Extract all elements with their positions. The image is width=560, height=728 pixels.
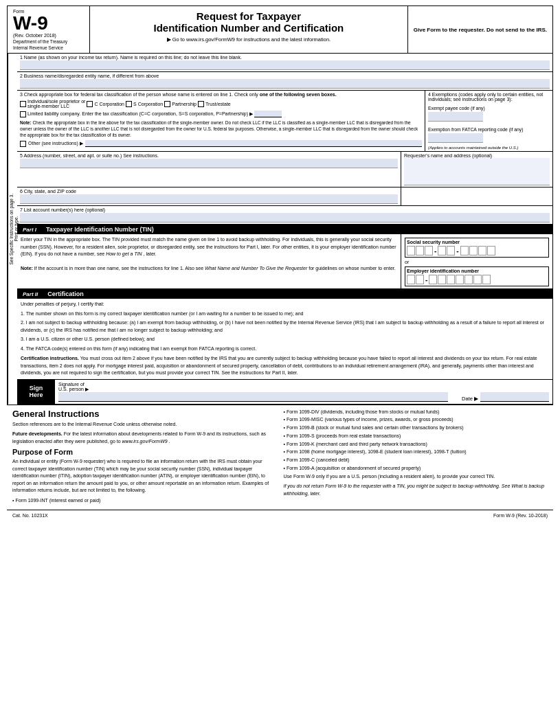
ein-digit-5[interactable]	[447, 275, 455, 284]
line5-input[interactable]	[20, 159, 398, 168]
cert-item-4: 4. The FATCA code(s) entered on this for…	[21, 345, 549, 353]
class-trust: Trust/estate	[198, 99, 231, 109]
line6-left: 6 City, state, and ZIP code	[17, 187, 401, 205]
sign-section: Sign Here Signature of U.S. person ▶ Dat…	[17, 380, 552, 405]
purpose-title: Purpose of Form	[12, 448, 277, 456]
checkbox-other[interactable]	[20, 141, 26, 147]
ssn-digit-5[interactable]	[447, 246, 455, 255]
bullet-1099c: • Form 1099-C (canceled debt)	[284, 457, 548, 464]
line3-row: 3 Check appropriate box for federal tax …	[17, 91, 552, 152]
ssn-digit-1[interactable]	[407, 246, 415, 255]
ein-digit-1[interactable]	[407, 275, 415, 284]
class-individual-label: Individual/sole proprietor orsingle-memb…	[27, 99, 85, 109]
class-ccorp: C Corporation	[87, 99, 124, 109]
ssn-digit-3[interactable]	[425, 246, 433, 255]
ein-digit-2[interactable]	[416, 275, 424, 284]
ssn-digit-7[interactable]	[469, 246, 478, 255]
future-label: Future developments.	[12, 431, 63, 436]
future-url: www.irs.gov/FormW9	[122, 439, 168, 444]
ssn-sep2: -	[456, 247, 458, 255]
ein-sep: -	[425, 276, 427, 284]
part2-header: Part II Certification	[17, 289, 552, 299]
ssn-digit-8[interactable]	[478, 246, 486, 255]
form-number: W-9	[13, 14, 84, 33]
no-return-text: If you do not return Form W-9 to the req…	[284, 483, 548, 497]
bullet-1099a: • Form 1099-A (acquisition or abandonmen…	[284, 465, 548, 472]
ein-digit-4[interactable]	[438, 275, 446, 284]
class-ccorp-label: C Corporation	[94, 102, 124, 106]
line6-input[interactable]	[20, 194, 398, 204]
signature-line: Signature of U.S. person ▶	[58, 382, 448, 402]
tin-note-label: Note:	[21, 266, 33, 271]
fatca-input[interactable]	[428, 133, 483, 143]
ein-digit-3[interactable]	[429, 275, 437, 284]
fatca-block: Exemption from FATCA reporting code (if …	[428, 127, 550, 143]
ein-label: Employer identification number	[407, 269, 547, 273]
line3-label: 3 Check appropriate box for federal tax …	[20, 92, 422, 97]
line7-input[interactable]	[20, 213, 550, 223]
ssn-part1	[407, 246, 433, 255]
checkbox-partnership[interactable]	[164, 101, 170, 107]
date-input[interactable]	[480, 392, 549, 402]
ssn-digit-9[interactable]	[487, 246, 495, 255]
form-label-footer: Form W-9 (Rev. 10-2018)	[493, 513, 548, 518]
cert-item-2: 2. I am not subject to backup withholdin…	[21, 319, 549, 334]
llc-input[interactable]	[254, 111, 282, 117]
give-form-note: Give Form to the requester. Do not send …	[408, 6, 552, 53]
tin-note-end: for guidelines on whose number to enter.	[309, 266, 395, 271]
checkbox-ccorp[interactable]	[87, 101, 93, 107]
ssn-label: Social security number	[407, 240, 547, 244]
date-label: Date ▶	[462, 396, 478, 402]
sign-label-2: Here	[21, 391, 51, 398]
checkbox-llc[interactable]	[20, 111, 26, 117]
line6-label: 6 City, state, and ZIP code	[20, 189, 398, 194]
bullet-1099k: • Form 1099-K (merchant card and third p…	[284, 441, 548, 448]
llc-label: Limited liability company. Enter the tax…	[27, 111, 253, 117]
gen-intro: Section references are to the Internal R…	[12, 421, 277, 429]
line7-label: 7 List account number(s) here (optional)	[20, 207, 550, 212]
form-title-section: Request for Taxpayer Identification Numb…	[90, 6, 408, 53]
classification-grid: Individual/sole proprietor orsingle-memb…	[20, 99, 422, 109]
checkbox-trust[interactable]	[198, 101, 204, 107]
fatca-label: Exemption from FATCA reporting code (if …	[428, 127, 524, 132]
exempt-payee-input[interactable]	[428, 112, 483, 122]
general-instructions: General Instructions Section references …	[7, 405, 553, 509]
ssn-part2	[438, 246, 455, 255]
ssn-box: Social security number -	[405, 238, 549, 258]
ein-digit-8[interactable]	[473, 275, 482, 284]
line2-row: 2 Business name/disregarded entity name,…	[17, 72, 552, 91]
tin-body-italic: How to get a TIN	[106, 251, 142, 256]
class-partnership: Partnership	[164, 99, 197, 109]
form-rev-date: (Rev. October 2018)	[13, 33, 84, 38]
sig-input[interactable]	[58, 392, 448, 402]
ssn-digit-4[interactable]	[438, 246, 446, 255]
ein-digit-7[interactable]	[464, 275, 473, 284]
sign-here-label: Sign Here	[17, 380, 55, 404]
ein-box: Employer identification number -	[405, 266, 549, 286]
gen-left-col: General Instructions Section references …	[12, 409, 277, 505]
other-input[interactable]	[85, 140, 422, 147]
irs-label: Internal Revenue Service	[13, 45, 84, 50]
cert-item-1: 1. The number shown on this form is my c…	[21, 310, 549, 318]
line2-label: 2 Business name/disregarded entity name,…	[20, 73, 550, 78]
line2-input[interactable]	[20, 79, 550, 89]
ssn-digit-2[interactable]	[416, 246, 424, 255]
line1-input[interactable]	[20, 60, 550, 70]
requester-input[interactable]	[404, 158, 550, 185]
tin-section: Enter your TIN in the appropriate box. T…	[17, 234, 552, 289]
ein-digit-9[interactable]	[482, 275, 491, 284]
exempt-payee-block: Exempt payee code (if any)	[428, 106, 550, 122]
ein-digit-6[interactable]	[456, 275, 464, 284]
checkbox-scorp[interactable]	[126, 101, 132, 107]
class-scorp: S Corporation	[126, 99, 163, 109]
cert-item-3: 3. I am a U.S. citizen or other U.S. per…	[21, 336, 549, 343]
line6-row: 6 City, state, and ZIP code	[17, 187, 552, 206]
checkbox-individual[interactable]	[20, 101, 26, 107]
dept-treasury: Department of the Treasury	[13, 39, 84, 44]
exempt-label: 4 Exemptions (codes apply only to certai…	[428, 92, 550, 102]
form-footer: Cat. No. 10231X Form W-9 (Rev. 10-2018)	[7, 510, 553, 521]
ssn-digit-6[interactable]	[460, 246, 469, 255]
use-w9-text: Use Form W-9 only if you are a U.S. pers…	[284, 473, 548, 481]
form-id-section: Form W-9 (Rev. October 2018) Department …	[8, 6, 90, 53]
row56-container: 5 Address (number, street, and apt. or s…	[17, 152, 552, 187]
